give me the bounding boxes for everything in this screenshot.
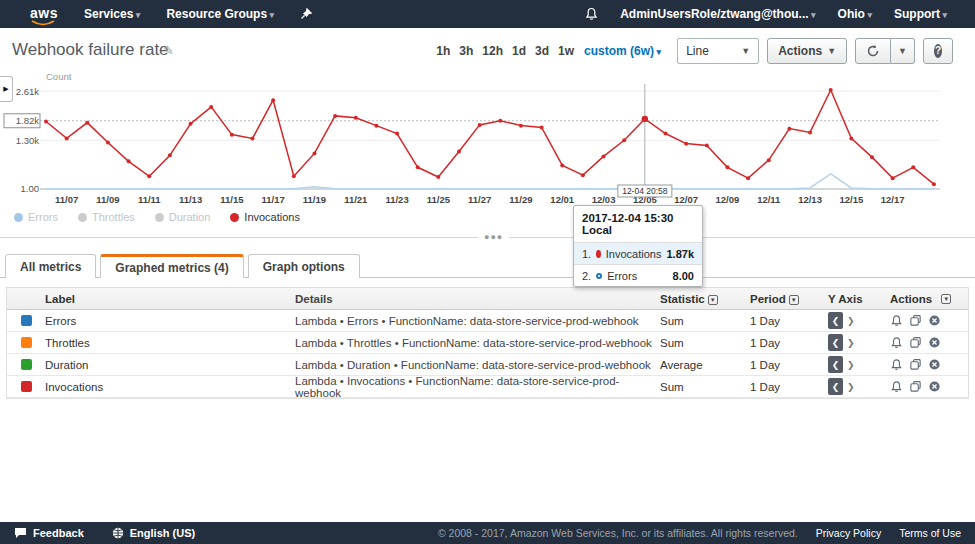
create-alarm-icon[interactable] [890,314,903,327]
data-point [808,130,812,134]
splitter-drag-handle[interactable]: ●●● [478,232,509,242]
y-axis-title: Count [46,71,72,82]
nav-support[interactable]: Support [894,7,947,21]
yaxis-right-button[interactable]: ❯ [847,382,855,392]
metric-period[interactable]: 1 Day [750,381,828,393]
edit-all-statistic-icon[interactable]: ▼ [708,295,718,305]
language-label: English (US) [130,527,195,539]
x-tick-label: 11/25 [427,194,451,205]
range-3h[interactable]: 3h [459,44,473,58]
chart-type-value: Line [686,44,709,58]
metric-period[interactable]: 1 Day [750,315,828,327]
metric-period[interactable]: 1 Day [750,337,828,349]
legend-duration[interactable]: Duration [155,211,211,223]
metric-details: Lambda • Invocations • FunctionName: dat… [295,375,660,399]
x-tick-label: 12/01 [550,194,574,205]
sidebar-expander[interactable]: ▶ [0,76,13,102]
metric-statistic[interactable]: Sum [660,315,750,327]
metric-row: ThrottlesLambda • Throttles • FunctionNa… [7,332,968,354]
tooltip-series-value: 8.00 [673,270,694,282]
legend-throttles[interactable]: Throttles [78,211,135,223]
remove-icon[interactable] [928,314,941,327]
data-point [333,114,337,118]
yaxis-left-button[interactable]: ❮ [828,378,843,395]
nav-services[interactable]: Services [84,7,140,21]
metric-color-swatch[interactable] [21,337,32,348]
yaxis-left-button[interactable]: ❮ [828,356,843,373]
metric-statistic[interactable]: Sum [660,381,750,393]
legend-invocations[interactable]: Invocations [230,211,300,223]
yaxis-left-button[interactable]: ❮ [828,312,843,329]
create-alarm-icon[interactable] [890,358,903,371]
range-1w[interactable]: 1w [558,44,574,58]
tooltip-row-invocations: 1. Invocations 1.87k [574,242,702,264]
x-tick-label: 11/15 [220,194,244,205]
tab-graph-options[interactable]: Graph options [248,254,360,278]
legend-errors-label: Errors [28,211,58,223]
metric-color-swatch[interactable] [21,315,32,326]
language-selector[interactable]: English (US) [112,527,195,539]
duplicate-icon[interactable] [909,314,922,327]
nav-region[interactable]: Ohio [838,7,872,21]
refresh-options-button[interactable]: ▼ [891,38,915,64]
metric-color-swatch[interactable] [21,359,32,370]
top-navbar: aws Services Resource Groups AdminUsersR… [0,0,975,28]
privacy-policy-link[interactable]: Privacy Policy [816,527,881,539]
feedback-label: Feedback [33,527,84,539]
duplicate-icon[interactable] [909,358,922,371]
metric-period[interactable]: 1 Day [750,359,828,371]
yaxis-right-button[interactable]: ❯ [847,360,855,370]
refresh-button[interactable] [855,38,891,64]
notifications-bell-icon[interactable] [585,7,598,21]
actions-button[interactable]: Actions ▼ [767,38,847,64]
metric-statistic[interactable]: Average [660,359,750,371]
metrics-line-chart[interactable]: Count2.61k1.82k1.30k1.0011/0711/0911/111… [0,70,975,212]
yaxis-left-button[interactable]: ❮ [828,334,843,351]
yaxis-right-button[interactable]: ❯ [847,338,855,348]
metric-label: Duration [45,359,295,371]
create-alarm-icon[interactable] [890,336,903,349]
create-alarm-icon[interactable] [890,380,903,393]
chevron-down-icon: ▼ [827,46,836,56]
nav-account[interactable]: AdminUsersRole/ztwang@thou... [620,7,815,21]
metric-color-swatch[interactable] [21,381,32,392]
legend-errors[interactable]: Errors [14,211,58,223]
chart-type-select[interactable]: Line ▼ [677,38,759,64]
help-button[interactable]: ? [923,38,953,64]
custom-range-dropdown[interactable]: custom (6w) [584,44,661,58]
actions-header-label: Actions [890,293,932,305]
feedback-button[interactable]: Feedback [14,527,84,539]
remove-icon[interactable] [928,358,941,371]
x-tick-label: 12/09 [716,194,740,205]
metric-details: Lambda • Throttles • FunctionName: data-… [295,337,660,349]
nav-resource-groups[interactable]: Resource Groups [166,7,274,21]
yaxis-right-button[interactable]: ❯ [847,316,855,326]
aws-logo[interactable]: aws [30,5,58,24]
duplicate-icon[interactable] [909,380,922,393]
data-point [251,136,255,140]
terms-of-use-link[interactable]: Terms of Use [899,527,961,539]
tab-all-metrics[interactable]: All metrics [5,254,96,278]
tab-graphed-metrics[interactable]: Graphed metrics (4) [100,254,243,278]
edit-all-period-icon[interactable]: ▼ [789,295,799,305]
y-tick-label: 2.61k [16,86,39,97]
period-column-header: Period▼ [750,293,828,305]
range-12h[interactable]: 12h [482,44,503,58]
remove-icon[interactable] [928,336,941,349]
metric-statistic[interactable]: Sum [660,337,750,349]
chevron-down-icon: ▼ [741,46,750,56]
speech-bubble-icon [14,527,27,539]
duplicate-icon[interactable] [909,336,922,349]
range-1h[interactable]: 1h [436,44,450,58]
x-tick-label: 12/13 [798,194,822,205]
metric-label: Throttles [45,337,295,349]
range-3d[interactable]: 3d [535,44,549,58]
edit-all-actions-icon[interactable]: ▼ [941,294,951,304]
graphed-metrics-table: Label Details Statistic▼ Period▼ Y Axis … [6,287,969,399]
remove-icon[interactable] [928,380,941,393]
data-point [725,165,729,169]
range-1d[interactable]: 1d [512,44,526,58]
x-tick-label: 12/17 [881,194,905,205]
edit-title-icon[interactable]: ✎ [163,43,174,58]
pin-icon[interactable] [300,8,312,20]
